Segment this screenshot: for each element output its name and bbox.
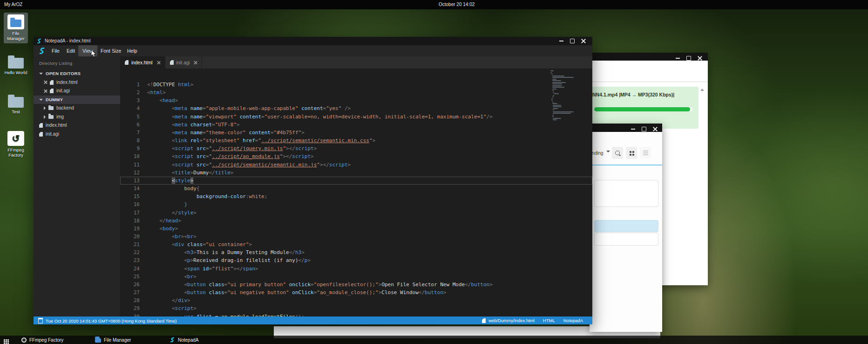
code-line[interactable]: 23 <p>Received drag-in filelist (if any)… <box>120 256 592 264</box>
code-editor[interactable]: 1<!DOCTYPE html>2<html>3 <head>4 <meta n… <box>120 69 592 316</box>
code-line[interactable]: 21 <div class="ui container"> <box>120 241 592 248</box>
notepada-window[interactable]: NotepadA - index.html File Edit View Fon… <box>34 37 592 324</box>
code-line[interactable]: 9 <script src="../script/jquery.min.js">… <box>120 144 592 152</box>
list-item-selected[interactable] <box>594 220 658 232</box>
maximize-icon[interactable] <box>570 39 575 43</box>
tree-section-open-editors[interactable]: OPEN EDITORS <box>34 69 120 78</box>
code-line[interactable]: 17 </style> <box>120 209 592 217</box>
minimize-icon[interactable] <box>631 129 635 130</box>
code-line[interactable]: 26 <button class="ui primary button" onc… <box>120 281 592 289</box>
close-file-icon[interactable] <box>44 81 47 84</box>
maximize-icon[interactable] <box>686 56 691 61</box>
code-line[interactable]: 5 <meta name="viewport" content="user-sc… <box>120 113 592 121</box>
grid-view-button[interactable] <box>626 147 637 159</box>
chevron-right-icon <box>44 115 46 119</box>
desktop-icon-hello-world[interactable]: Hello World <box>4 55 28 75</box>
window-title-bar[interactable] <box>590 124 662 132</box>
code-line[interactable]: 8 <link rel="stylesheet" href="../script… <box>120 137 592 144</box>
close-icon[interactable] <box>698 56 702 61</box>
code-line[interactable]: 2<html> <box>120 89 592 96</box>
menu-bar: File Edit View Font Size Help <box>34 45 592 56</box>
search-icon <box>615 151 620 155</box>
code-line[interactable]: 10 <script src="../script/ao_module.js">… <box>120 152 592 160</box>
file-icon <box>50 80 54 85</box>
system-menu[interactable]: My ArOZ <box>4 2 22 7</box>
tree-item-img[interactable]: img <box>34 113 120 122</box>
chevron-right-icon <box>44 106 46 110</box>
taskbar-item-notepada[interactable]: NotepadA <box>170 336 198 344</box>
taskbar-item-ffmpeg-factory[interactable]: FFmpeg Factory <box>21 336 63 344</box>
code-line[interactable]: 27 <button class="ui negative button" on… <box>120 289 592 296</box>
tree-item-init-agi[interactable]: init.agi <box>34 130 120 139</box>
code-line[interactable]: 3 <head> <box>120 96 592 104</box>
search-button[interactable] <box>612 147 623 159</box>
code-line[interactable]: 19 <body> <box>120 225 592 233</box>
menu-help[interactable]: Help <box>123 45 142 56</box>
code-line[interactable]: 4 <meta name="apple-mobile-web-app-capab… <box>120 104 592 112</box>
status-file-path: web/Dummy/index.html <box>488 318 535 323</box>
tree-section-dummy[interactable]: DUMMY <box>34 96 120 104</box>
tree-item-index-html[interactable]: index.html <box>34 121 120 130</box>
minimize-icon[interactable] <box>559 41 563 41</box>
file-icon <box>125 60 129 65</box>
directory-sidebar: Directory Listing OPEN EDITORS index.htm… <box>34 56 120 316</box>
list-item[interactable] <box>594 233 658 246</box>
file-icon <box>39 123 43 128</box>
status-language[interactable]: HTML <box>543 318 555 323</box>
file-manager-window[interactable]: ascending <box>590 124 662 332</box>
code-line[interactable]: 12 <title>Dummy</title> <box>120 169 592 177</box>
close-icon[interactable] <box>581 39 586 43</box>
taskbar: FFmpeg Factory File Manager NotepadA <box>0 336 868 344</box>
code-line[interactable]: 11 <script src="../script/semantic/seman… <box>120 161 592 169</box>
code-line[interactable]: 15 background-color:white; <box>120 193 592 200</box>
notepada-logo-icon <box>170 337 175 343</box>
code-line[interactable]: 13 <style> <box>120 177 592 185</box>
code-line[interactable]: 20 <br><br> <box>120 233 592 241</box>
close-tab-icon[interactable] <box>194 61 197 64</box>
code-line[interactable]: 7 <meta name="theme-color" content="#4b7… <box>120 129 592 137</box>
code-line[interactable]: 25 <br> <box>120 273 592 281</box>
chevron-down-icon[interactable] <box>606 152 610 161</box>
chevron-down-icon <box>39 73 43 75</box>
window-title-bar[interactable]: NotepadA - index.html <box>34 37 592 45</box>
code-line[interactable]: 22 <h3>This is a Dummy Testing Module</h… <box>120 248 592 256</box>
file-icon <box>482 318 486 323</box>
desktop-icon-ffmpeg-factory[interactable]: ↺ FFmpeg Factory <box>4 131 28 158</box>
code-line[interactable]: 6 <meta charset="UTF-8"> <box>120 121 592 129</box>
maximize-icon[interactable] <box>642 127 646 131</box>
code-line[interactable]: 1<!DOCTYPE html> <box>120 81 592 89</box>
file-icon <box>170 60 174 65</box>
tree-item-open-index-html[interactable]: index.html <box>34 78 120 87</box>
tab-index-html[interactable]: index.html <box>120 56 165 69</box>
code-line[interactable]: 28 </div> <box>120 296 592 304</box>
tab-init-agi[interactable]: init.agi <box>165 56 203 69</box>
code-line[interactable]: 24 <span id="flist"></span> <box>120 265 592 273</box>
desktop-icon-file-manager[interactable]: File Manager <box>4 13 28 43</box>
minimize-icon[interactable] <box>676 58 680 59</box>
tree-item-backend[interactable]: backend <box>34 104 120 113</box>
grid-icon <box>630 151 631 153</box>
start-menu-button[interactable] <box>4 336 5 344</box>
close-file-icon[interactable] <box>44 89 47 93</box>
list-item[interactable] <box>594 180 658 207</box>
window-title-bar[interactable] <box>590 53 708 61</box>
code-line[interactable]: 30 var flist = ao_module_loadInputFiles(… <box>120 313 592 316</box>
recycle-arrows-icon <box>21 337 27 343</box>
code-line[interactable]: 18 </head> <box>120 217 592 225</box>
list-view-button[interactable] <box>640 147 651 159</box>
tree-item-open-init-agi[interactable]: init.agi <box>34 87 120 96</box>
scroll-up-icon[interactable] <box>700 89 704 91</box>
taskbar-item-file-manager[interactable]: File Manager <box>95 336 131 344</box>
close-tab-icon[interactable] <box>157 61 160 64</box>
code-line[interactable]: 14 body{ <box>120 185 592 193</box>
desktop-icon-test[interactable]: Test <box>4 94 28 114</box>
sidebar-header: Directory Listing <box>34 56 120 69</box>
desktop: My ArOZ October 20 14:02 File Manager He… <box>0 0 868 344</box>
minimap[interactable] <box>550 70 588 121</box>
code-line[interactable]: 29 <script> <box>120 304 592 312</box>
menu-font-size[interactable]: Font Size <box>96 45 125 56</box>
menu-edit[interactable]: Edit <box>62 45 79 56</box>
code-line[interactable]: 16 } <box>120 200 592 208</box>
menu-file[interactable]: File <box>47 45 64 56</box>
close-icon[interactable] <box>653 127 658 131</box>
